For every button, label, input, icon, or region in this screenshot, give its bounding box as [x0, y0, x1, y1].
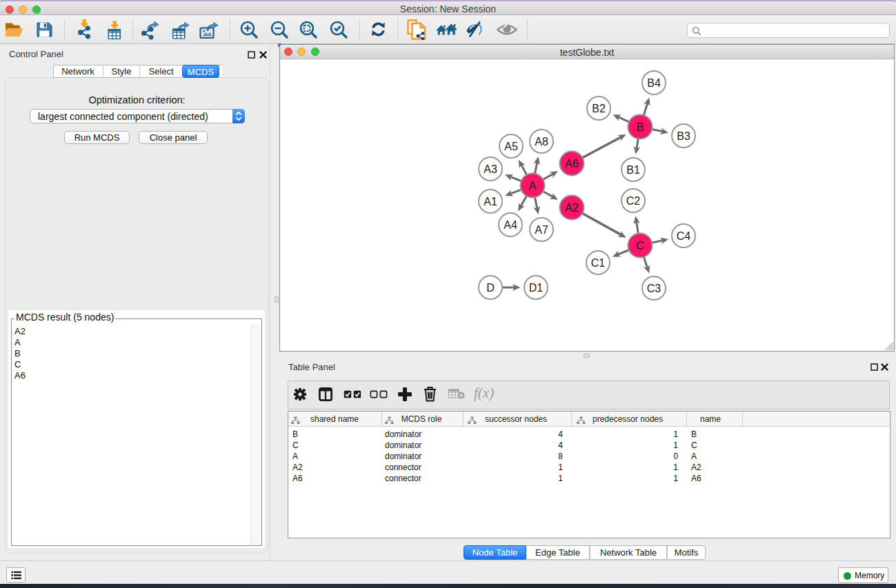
svg-text:A4: A4	[504, 219, 517, 231]
svg-text:B3: B3	[677, 130, 690, 142]
svg-text:A1: A1	[484, 196, 497, 207]
svg-text:D: D	[486, 282, 495, 294]
svg-text:B2: B2	[592, 103, 606, 114]
svg-text:A7: A7	[535, 224, 548, 236]
svg-text:A: A	[529, 180, 537, 192]
svg-text:C2: C2	[626, 195, 641, 207]
svg-text:C4: C4	[677, 230, 691, 242]
svg-text:A8: A8	[535, 136, 548, 148]
svg-text:B4: B4	[647, 77, 661, 89]
svg-text:C3: C3	[647, 283, 661, 294]
svg-text:A6: A6	[565, 158, 579, 170]
svg-text:A3: A3	[484, 163, 497, 175]
svg-text:B1: B1	[626, 164, 640, 176]
svg-text:A5: A5	[504, 141, 518, 152]
svg-text:C: C	[636, 240, 644, 252]
svg-text:A2: A2	[565, 202, 579, 214]
svg-text:D1: D1	[529, 282, 544, 294]
svg-text:C1: C1	[591, 257, 606, 269]
svg-text:B: B	[637, 121, 644, 133]
